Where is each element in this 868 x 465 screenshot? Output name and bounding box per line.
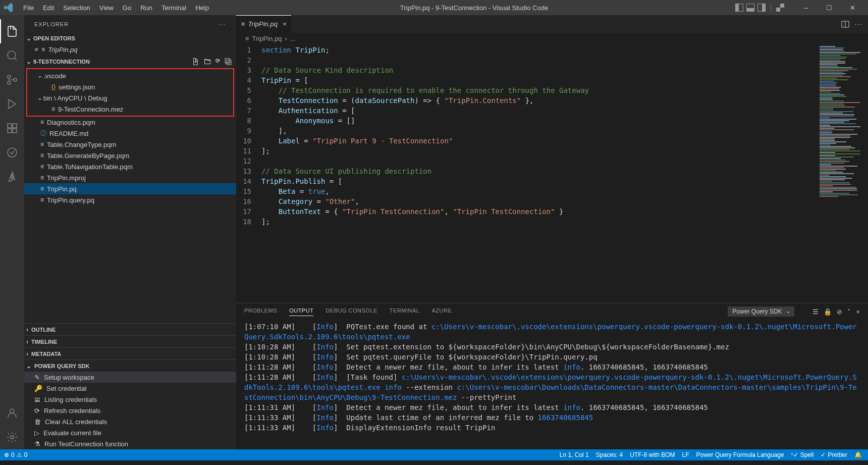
activity-search[interactable] bbox=[0, 43, 24, 68]
new-file-icon[interactable] bbox=[191, 58, 199, 66]
activity-testing[interactable] bbox=[0, 140, 24, 165]
panel-tab-output[interactable]: OUTPUT bbox=[289, 307, 313, 316]
status-language-mode[interactable]: Power Query Formula Language bbox=[696, 451, 784, 458]
panel-tab-problems[interactable]: PROBLEMS bbox=[244, 307, 277, 316]
output-content[interactable]: [1:07:10 AM] [Info] PQTest.exe found at … bbox=[236, 320, 868, 449]
menu-terminal[interactable]: Terminal bbox=[157, 2, 190, 14]
workspace-header[interactable]: ⌄ 9-TESTCONNECTION ⟳ bbox=[24, 55, 236, 68]
close-editor-icon[interactable]: × bbox=[34, 45, 38, 54]
metadata-section[interactable]: ›METADATA bbox=[24, 347, 236, 359]
menu-edit[interactable]: Edit bbox=[39, 2, 58, 14]
pqm-file-icon: ≡ bbox=[40, 152, 44, 159]
status-errors-warnings[interactable]: ⊗0 ⚠0 bbox=[4, 451, 27, 458]
activity-azure[interactable] bbox=[0, 165, 24, 189]
file-testconnection-mez[interactable]: ≡ 9-TestConnection.mez bbox=[27, 104, 233, 115]
split-editor-icon[interactable] bbox=[841, 20, 849, 28]
collapse-all-icon[interactable] bbox=[224, 58, 232, 66]
file-table-generatebypage[interactable]: ≡Table.GenerateByPage.pqm bbox=[24, 150, 236, 161]
menu-go[interactable]: Go bbox=[119, 2, 135, 14]
svg-point-9 bbox=[10, 409, 14, 413]
customize-layout-icon[interactable] bbox=[776, 4, 784, 12]
activity-settings[interactable] bbox=[0, 425, 24, 449]
more-actions-icon[interactable]: ··· bbox=[854, 20, 863, 28]
highlighted-files-box: ⌄ .vscode {} settings.json ⌄ bin \ AnyCP… bbox=[26, 68, 234, 117]
output-channel-dropdown[interactable]: Power Query SDK bbox=[728, 306, 794, 317]
pq-clear-credentials[interactable]: 🗑Clear ALL credentials bbox=[24, 416, 236, 427]
status-spell[interactable]: ᶜ✓Spell bbox=[791, 451, 814, 458]
panel-tab-azure[interactable]: AZURE bbox=[431, 307, 452, 316]
layout-sidebar-left-icon[interactable] bbox=[735, 4, 743, 12]
new-folder-icon[interactable] bbox=[203, 58, 211, 66]
pqm-file-icon: ≡ bbox=[40, 119, 44, 126]
layout-panel-icon[interactable] bbox=[746, 4, 754, 12]
sidebar-more-icon[interactable]: ··· bbox=[219, 21, 226, 27]
file-table-changetype[interactable]: ≡Table.ChangeType.pqm bbox=[24, 139, 236, 150]
chevron-right-icon: › bbox=[26, 338, 28, 345]
tab-trippin-pq[interactable]: ≡ TripPin.pq × bbox=[236, 15, 292, 33]
power-query-sdk-section[interactable]: ⌄POWER QUERY SDK bbox=[24, 359, 236, 372]
file-settings-json[interactable]: {} settings.json bbox=[27, 81, 233, 92]
activity-extensions[interactable] bbox=[0, 116, 24, 140]
statusbar: ⊗0 ⚠0 Ln 1, Col 1 Spaces: 4 UTF-8 with B… bbox=[0, 449, 868, 460]
code-content[interactable]: section TripPin; // Data Source Kind des… bbox=[261, 44, 818, 303]
maximize-panel-icon[interactable]: ˄ bbox=[847, 308, 851, 316]
refresh-icon: ⟳ bbox=[34, 407, 40, 415]
panel-tab-terminal[interactable]: TERMINAL bbox=[390, 307, 420, 316]
pq-evaluate-current-file[interactable]: ▷Evaluate current file bbox=[24, 427, 236, 438]
svg-point-10 bbox=[11, 436, 14, 439]
file-readme[interactable]: ⓘREADME.md bbox=[24, 128, 236, 139]
open-editor-item[interactable]: × ≡ TripPin.pq bbox=[24, 44, 236, 55]
pq-listing-credentials[interactable]: 𝍎Listing credentials bbox=[24, 394, 236, 405]
filter-icon[interactable]: ☰ bbox=[812, 308, 819, 316]
file-trippin-query[interactable]: ≡TripPin.query.pq bbox=[24, 194, 236, 205]
pencil-icon: ✎ bbox=[34, 374, 40, 381]
activity-account[interactable] bbox=[0, 401, 24, 425]
pq-refresh-credentials[interactable]: ⟳Refresh credentials bbox=[24, 405, 236, 416]
lock-scroll-icon[interactable]: 🔒 bbox=[824, 308, 832, 316]
menu-run[interactable]: Run bbox=[136, 2, 156, 14]
refresh-icon[interactable]: ⟳ bbox=[215, 58, 220, 66]
panel-tab-debug-console[interactable]: DEBUG CONSOLE bbox=[326, 307, 377, 316]
activity-run-debug[interactable] bbox=[0, 92, 24, 116]
status-prettier[interactable]: ✓Prettier bbox=[821, 451, 847, 458]
pq-setup-workspace[interactable]: ✎Setup workspace bbox=[24, 372, 236, 383]
svg-point-3 bbox=[14, 78, 17, 81]
close-button[interactable]: ✕ bbox=[841, 0, 864, 15]
file-trippin-mproj[interactable]: ≡TripPin.mproj bbox=[24, 172, 236, 183]
clear-output-icon[interactable]: ⊘ bbox=[837, 308, 842, 316]
vscode-logo bbox=[4, 3, 13, 12]
timeline-section[interactable]: ›TIMELINE bbox=[24, 335, 236, 347]
menu-view[interactable]: View bbox=[95, 2, 118, 14]
folder-vscode[interactable]: ⌄ .vscode bbox=[27, 70, 233, 81]
menu-file[interactable]: File bbox=[19, 2, 38, 14]
status-notifications[interactable]: 🔔 bbox=[854, 451, 862, 458]
pq-set-credential[interactable]: 🔑Set credential bbox=[24, 383, 236, 394]
svg-rect-6 bbox=[8, 129, 12, 133]
tab-close-icon[interactable]: × bbox=[283, 20, 287, 28]
menu-selection[interactable]: Selection bbox=[59, 2, 94, 14]
activity-source-control[interactable] bbox=[0, 68, 24, 92]
svg-rect-4 bbox=[8, 124, 12, 128]
status-encoding[interactable]: UTF-8 with BOM bbox=[630, 451, 675, 458]
layout-sidebar-right-icon[interactable] bbox=[757, 4, 766, 12]
file-trippin-pq[interactable]: ≡TripPin.pq bbox=[24, 183, 236, 194]
close-panel-icon[interactable]: × bbox=[856, 308, 860, 316]
code-editor[interactable]: 123456789101112131415161718 section Trip… bbox=[236, 44, 868, 303]
folder-bin-anycpu-debug[interactable]: ⌄ bin \ AnyCPU \ Debug bbox=[27, 92, 233, 104]
breadcrumb[interactable]: ≡ TripPin.pq › ... bbox=[236, 33, 868, 44]
outline-section[interactable]: ›OUTLINE bbox=[24, 323, 236, 335]
open-editors-header[interactable]: ⌄ OPEN EDITORS bbox=[24, 33, 236, 44]
maximize-button[interactable]: ☐ bbox=[818, 0, 841, 15]
status-indentation[interactable]: Spaces: 4 bbox=[596, 451, 623, 458]
minimize-button[interactable]: ─ bbox=[794, 0, 818, 15]
status-cursor-position[interactable]: Ln 1, Col 1 bbox=[560, 451, 589, 458]
chevron-down-icon: ⌄ bbox=[26, 363, 31, 370]
file-table-navigationtable[interactable]: ≡Table.ToNavigationTable.pqm bbox=[24, 161, 236, 172]
activity-explorer[interactable] bbox=[0, 19, 24, 43]
pq-run-testconnection[interactable]: ⚗Run TestConnection function bbox=[24, 438, 236, 449]
menu-help[interactable]: Help bbox=[191, 2, 213, 14]
file-diagnostics[interactable]: ≡Diagnostics.pqm bbox=[24, 117, 236, 128]
minimap[interactable] bbox=[818, 44, 868, 303]
warning-icon: ⚠ bbox=[17, 451, 22, 458]
status-eol[interactable]: LF bbox=[682, 451, 689, 458]
